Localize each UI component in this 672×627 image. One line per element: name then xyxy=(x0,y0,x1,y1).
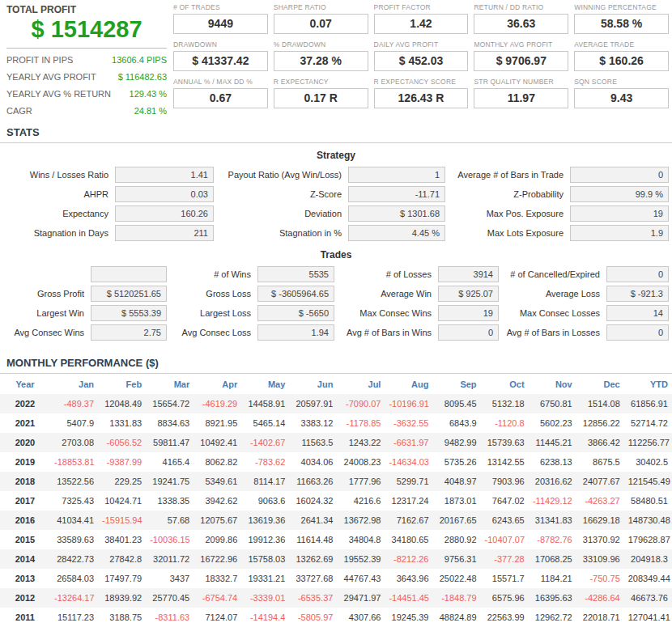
month-value-cell: 61856.91 xyxy=(624,394,672,413)
stat-label: Stagnation in Days xyxy=(6,225,112,241)
stat-label: Largest Loss xyxy=(170,305,254,321)
summary-rows: PROFIT IN PIPS13606.4 PIPSYEARLY AVG PRO… xyxy=(6,52,167,120)
metric-label: SQN SCORE xyxy=(574,78,669,86)
month-value-cell: 3942.62 xyxy=(194,491,241,510)
month-value-cell: 6243.65 xyxy=(481,510,529,530)
month-value-cell: 41034.41 xyxy=(50,510,98,530)
metric-value: $ 41337.42 xyxy=(173,51,268,71)
month-value-cell: 19331.21 xyxy=(241,569,289,588)
metric-card: % DRAWDOWN37.28 % xyxy=(274,40,368,71)
key-metrics-grid: # OF TRADES9449SHARPE RATIO0.07PROFIT FA… xyxy=(167,3,670,120)
month-value-cell: 8834.63 xyxy=(146,413,194,433)
year-cell: 2021 xyxy=(0,413,50,433)
month-value-cell: 16722.96 xyxy=(194,549,241,569)
metric-card: STR QUALITY NUMBER11.97 xyxy=(474,78,568,108)
stat-label: Max Consec Losses xyxy=(502,305,603,321)
month-value-cell: 6575.96 xyxy=(481,588,529,608)
month-value-cell: 10424.71 xyxy=(98,491,146,510)
column-header: Jun xyxy=(289,374,337,394)
metric-card: R EXPECTANCY0.17 R xyxy=(274,78,368,108)
month-value-cell: -6754.74 xyxy=(194,588,241,608)
total-profit-value: $ 1514287 xyxy=(6,16,167,42)
column-header: Nov xyxy=(529,374,576,394)
year-cell: 2015 xyxy=(0,530,50,549)
month-value-cell: 8062.82 xyxy=(194,452,241,472)
metric-card: ANNUAL % / MAX DD %0.67 xyxy=(173,78,268,108)
month-value-cell: 7162.67 xyxy=(385,510,432,530)
metric-value: 126.43 R xyxy=(374,88,469,108)
metric-card: R EXPECTANCY SCORE126.43 R xyxy=(374,78,469,108)
monthly-performance-table: YearJanFebMarAprMayJunJulAugSepOctNovDec… xyxy=(0,374,672,627)
metric-label: R EXPECTANCY SCORE xyxy=(374,78,469,86)
month-value-cell: 3643.96 xyxy=(385,569,432,588)
month-value-cell: -1848.79 xyxy=(433,588,481,608)
metric-card: DRAWDOWN$ 41337.42 xyxy=(173,40,268,71)
month-value-cell: 4048.97 xyxy=(433,472,481,491)
month-value-cell: 25770.45 xyxy=(146,588,194,608)
month-value-cell: 16024.32 xyxy=(289,491,337,510)
month-value-cell: 11663.26 xyxy=(289,472,337,491)
table-row: 201533589.6338401.23-10036.152099.861991… xyxy=(0,530,672,549)
stat-label: Avg Consec Loss xyxy=(170,324,254,341)
month-value-cell: 5735.26 xyxy=(433,452,481,472)
month-value-cell: 44767.43 xyxy=(337,569,385,588)
month-value-cell: 22018.71 xyxy=(576,608,624,627)
month-value-cell: 33727.68 xyxy=(289,569,337,588)
month-value-cell: 5407.9 xyxy=(50,413,98,433)
month-value-cell: -3339.01 xyxy=(241,588,289,608)
table-row: 20202703.08-6056.5259811.4710492.41-1402… xyxy=(0,433,672,452)
stat-label: Z-Score xyxy=(217,186,345,202)
summary-value: $ 116482.63 xyxy=(118,69,167,86)
month-value-cell: 3866.42 xyxy=(576,433,624,452)
month-value-cell: -18853.81 xyxy=(50,452,98,472)
metric-value: $ 9706.97 xyxy=(474,51,568,71)
month-value-cell: 7325.43 xyxy=(50,491,98,510)
month-value-cell: 19245.39 xyxy=(385,608,432,627)
summary-value: 129.43 % xyxy=(130,86,167,103)
metric-card: RETURN / DD RATIO36.63 xyxy=(474,3,568,34)
month-value-cell: 12856.22 xyxy=(576,413,624,433)
table-row: 2012-13264.1718939.9225770.45-6754.74-33… xyxy=(0,588,672,608)
month-value-cell: 20316.62 xyxy=(529,472,576,491)
stat-value-box: 99.9 % xyxy=(570,186,669,202)
month-value-cell: 2703.08 xyxy=(50,433,98,452)
stat-label: # of Losses xyxy=(338,266,435,282)
month-value-cell: 12075.67 xyxy=(194,510,241,530)
month-value-cell: 30402.5 xyxy=(624,452,672,472)
metric-label: AVERAGE TRADE xyxy=(574,40,669,49)
month-value-cell: 5602.23 xyxy=(529,413,576,433)
month-value-cell: -5805.97 xyxy=(289,608,337,627)
month-value-cell: -750.75 xyxy=(576,569,624,588)
year-cell: 2012 xyxy=(0,588,50,608)
summary-value: 24.81 % xyxy=(134,103,167,120)
metric-value: $ 452.03 xyxy=(374,51,469,71)
month-value-cell: 38401.23 xyxy=(98,530,146,549)
month-value-cell: -3632.55 xyxy=(385,413,432,433)
month-value-cell: -13264.17 xyxy=(50,588,98,608)
metric-value: 9.43 xyxy=(574,88,669,108)
metric-value: $ 160.26 xyxy=(574,51,669,71)
year-cell: 2016 xyxy=(0,510,50,530)
month-value-cell: 32011.72 xyxy=(146,549,194,569)
month-value-cell: 34804.8 xyxy=(337,530,385,549)
month-value-cell: 12317.24 xyxy=(385,491,432,510)
monthly-table-body: 2022-489.3712048.4915654.72-4619.2914458… xyxy=(0,394,672,627)
stat-label: Average Win xyxy=(338,286,435,302)
month-value-cell: 3437 xyxy=(146,569,194,588)
month-value-cell: -14634.03 xyxy=(385,452,432,472)
month-value-cell: 121545.49 xyxy=(624,472,672,491)
summary-row: PROFIT IN PIPS13606.4 PIPS xyxy=(6,52,167,69)
month-value-cell: 57.68 xyxy=(146,510,194,530)
stat-value-box: $ -921.3 xyxy=(606,286,669,302)
month-value-cell: 9063.6 xyxy=(241,491,289,510)
stat-value-box: 19 xyxy=(570,205,669,222)
month-value-cell: -1178.85 xyxy=(337,413,385,433)
strategy-stats-grid: Wins / Losses Ratio1.41Payout Ratio (Avg… xyxy=(0,165,672,243)
stat-value-box: 19 xyxy=(438,305,499,321)
metric-value: 0.07 xyxy=(274,14,368,34)
summary-value: 13606.4 PIPS xyxy=(112,52,167,69)
month-value-cell: 19552.39 xyxy=(337,549,385,569)
stat-value-box: $ -3605964.65 xyxy=(257,286,334,302)
month-value-cell: 20167.65 xyxy=(433,510,481,530)
metric-value: 0.67 xyxy=(173,88,268,108)
